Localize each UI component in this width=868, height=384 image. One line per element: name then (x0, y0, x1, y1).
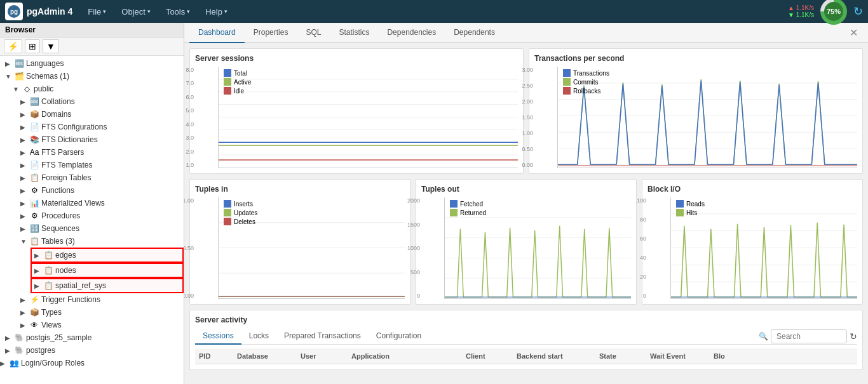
file-menu-arrow: ▾ (103, 8, 106, 15)
tree-toggle-foreign-tables[interactable]: ▶ (20, 175, 29, 182)
tree-item-fts-templates[interactable]: ▶📄FTS Templates (0, 159, 184, 171)
search-area: 🔍 ↻ (759, 329, 857, 343)
toolbar-refresh-btn[interactable]: ⚡ (4, 39, 22, 53)
tree-item-procedures[interactable]: ▶⚙Procedures (0, 209, 184, 222)
tree-item-edges[interactable]: ▶📋edges (31, 248, 184, 263)
tree-item-sequences[interactable]: ▶🔢Sequences (0, 222, 184, 235)
activity-tab-locks[interactable]: Locks (241, 328, 276, 345)
refresh-icon[interactable]: ↻ (853, 4, 863, 18)
tree-toggle-tables[interactable]: ▼ (20, 238, 29, 245)
tree-icon-procedures: ⚙ (29, 211, 39, 221)
tree-toggle-sequences[interactable]: ▶ (20, 225, 29, 232)
tree-item-tables[interactable]: ▼📋Tables (3) (0, 235, 184, 248)
activity-tab-prepared-tx[interactable]: Prepared Transactions (276, 328, 369, 345)
tree-label-postgres: postgres (26, 346, 55, 355)
tuples-in-chart: Tuples in 1.000.500.00 Inserts Updates D… (189, 179, 410, 305)
tree-item-views[interactable]: ▶👁Views (0, 319, 184, 331)
col-database: Database (233, 351, 297, 361)
tree-toggle-domains[interactable]: ▶ (20, 111, 29, 118)
tree-item-mat-views[interactable]: ▶📊Materialized Views (0, 197, 184, 209)
tree-item-languages[interactable]: ▶🔤Languages (0, 57, 184, 70)
tree-scroll[interactable]: ▶🔤Languages▼🗂️Schemas (1)▼◇public▶🔤Colla… (0, 56, 184, 384)
tree-item-nodes[interactable]: ▶📋nodes (31, 263, 184, 278)
tree-toggle-fts-configs[interactable]: ▶ (20, 124, 29, 131)
tree-toggle-public[interactable]: ▼ (13, 86, 22, 93)
tree-toggle-postgis[interactable]: ▶ (5, 334, 14, 341)
tree-item-foreign-tables[interactable]: ▶📋Foreign Tables (0, 171, 184, 184)
block-io-legend: Reads Hits (676, 200, 705, 216)
close-button[interactable]: ✕ (844, 24, 863, 41)
tree-item-collations[interactable]: ▶🔤Collations (0, 95, 184, 108)
tree-item-postgis[interactable]: ▶🐘postgis_25_sample (0, 331, 184, 344)
tree-toggle-edges[interactable]: ▶ (34, 252, 43, 259)
tree-toggle-postgres[interactable]: ▶ (5, 347, 14, 354)
transactions-legend: Transactions Commits Rollbacks (563, 69, 609, 95)
tree-toggle-fts-templates[interactable]: ▶ (20, 162, 29, 169)
content-area: DashboardPropertiesSQLStatisticsDependen… (184, 23, 868, 384)
tree-item-schemas[interactable]: ▼🗂️Schemas (1) (0, 70, 184, 83)
tree-item-fts-parsers[interactable]: ▶AaFTS Parsers (0, 146, 184, 159)
tree-toggle-spatial-ref[interactable]: ▶ (34, 282, 43, 289)
block-io-y-labels: 100806040200 (628, 197, 646, 299)
tree-toggle-trigger-funcs[interactable]: ▶ (20, 296, 29, 303)
tab-properties[interactable]: Properties (245, 23, 297, 43)
tree-icon-foreign-tables: 📋 (29, 173, 39, 183)
tree-icon-sequences: 🔢 (29, 223, 39, 234)
tree-item-fts-dicts[interactable]: ▶📚FTS Dictionaries (0, 133, 184, 146)
dashboard[interactable]: Server sessions 8.07.06.05.04.03.02.01.0… (184, 43, 868, 384)
tree-toggle-login-group[interactable]: ▶ (0, 360, 9, 367)
tree-toggle-fts-dicts[interactable]: ▶ (20, 136, 29, 143)
tree-label-views: Views (41, 321, 62, 329)
tab-dependents[interactable]: Dependents (445, 23, 504, 43)
tree-toggle-collations[interactable]: ▶ (20, 98, 29, 105)
tree-label-public: public (34, 84, 53, 93)
toolbar-table-btn[interactable]: ⊞ (25, 39, 40, 53)
tree-item-spatial-ref[interactable]: ▶📋spatial_ref_sys (31, 278, 184, 293)
tree-toggle-types[interactable]: ▶ (20, 309, 29, 316)
tree-toggle-nodes[interactable]: ▶ (34, 267, 43, 274)
tree-toggle-mat-views[interactable]: ▶ (20, 200, 29, 207)
tree-item-public[interactable]: ▼◇public (0, 83, 184, 95)
tree-icon-domains: 📦 (29, 109, 39, 119)
tab-statistics[interactable]: Statistics (330, 23, 378, 43)
tab-dashboard[interactable]: Dashboard (189, 23, 245, 43)
tree-item-fts-configs[interactable]: ▶📄FTS Configurations (0, 121, 184, 133)
tree-item-functions[interactable]: ▶⚙Functions (0, 184, 184, 197)
search-input[interactable] (771, 329, 847, 343)
tree-icon-public: ◇ (22, 84, 32, 94)
object-menu[interactable]: Object ▾ (115, 4, 157, 19)
activity-refresh-button[interactable]: ↻ (850, 331, 857, 341)
tools-menu[interactable]: Tools ▾ (159, 4, 196, 19)
tree-item-login-group[interactable]: ▶👥Login/Group Roles (0, 357, 184, 369)
tree-label-domains: Domains (41, 110, 71, 119)
tree-icon-views: 👁 (29, 320, 39, 330)
tree-toggle-procedures[interactable]: ▶ (20, 213, 29, 220)
tree-item-trigger-funcs[interactable]: ▶⚡Trigger Functions (0, 293, 184, 306)
tab-dependencies[interactable]: Dependencies (378, 23, 445, 43)
tree-item-domains[interactable]: ▶📦Domains (0, 108, 184, 121)
tree-item-types[interactable]: ▶📦Types (0, 306, 184, 319)
toolbar-filter-btn[interactable]: ▼ (43, 39, 59, 53)
server-sessions-legend: Total Active Idle (224, 69, 251, 95)
svg-text:pg: pg (10, 8, 18, 15)
activity-tab-configuration[interactable]: Configuration (369, 328, 429, 345)
tree-label-tables: Tables (3) (41, 237, 75, 246)
tree-icon-edges: 📋 (43, 250, 53, 260)
tuples-in-y-labels: 1.000.500.00 (184, 197, 194, 299)
tree-toggle-functions[interactable]: ▶ (20, 187, 29, 194)
cpu-usage-value: 75% (824, 2, 843, 21)
tab-bar: DashboardPropertiesSQLStatisticsDependen… (184, 23, 868, 43)
tree-toggle-fts-parsers[interactable]: ▶ (20, 149, 29, 156)
tree-toggle-views[interactable]: ▶ (20, 322, 29, 329)
server-activity: Server activity Sessions Locks Prepared … (189, 310, 863, 370)
tree-toggle-schemas[interactable]: ▼ (5, 73, 14, 80)
help-menu[interactable]: Help ▾ (199, 4, 234, 19)
file-menu[interactable]: File ▾ (81, 4, 112, 19)
object-menu-arrow: ▾ (147, 8, 151, 15)
help-menu-arrow: ▾ (224, 8, 227, 15)
activity-tab-sessions[interactable]: Sessions (195, 328, 241, 345)
tree-icon-mat-views: 📊 (29, 198, 39, 208)
tree-toggle-languages[interactable]: ▶ (5, 60, 14, 67)
tab-sql[interactable]: SQL (297, 23, 330, 43)
tree-item-postgres[interactable]: ▶🐘postgres (0, 344, 184, 357)
